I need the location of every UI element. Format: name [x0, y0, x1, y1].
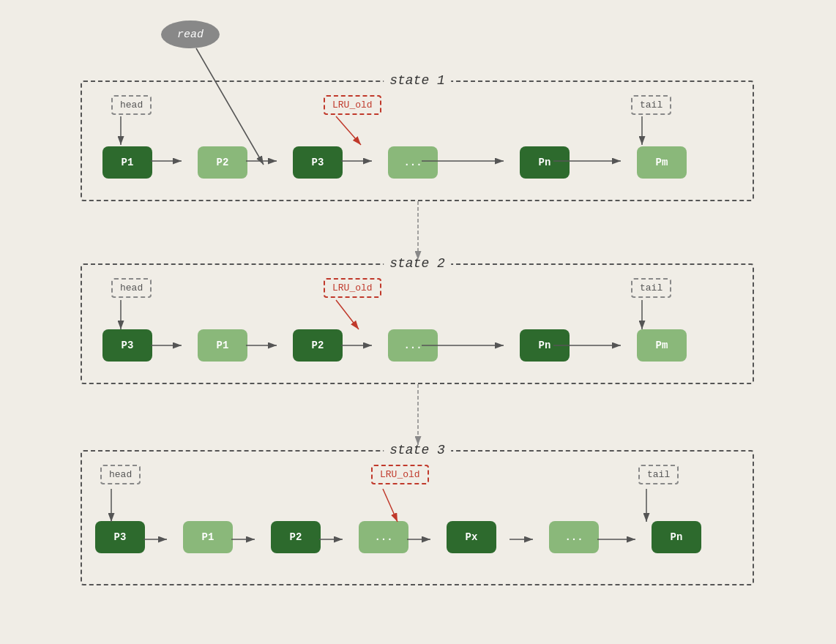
state3-tail: tail — [638, 465, 679, 484]
state3-page-p1: P1 — [183, 521, 233, 553]
state1-tail: tail — [631, 95, 671, 115]
state1-box: state 1 head LRU_old tail P1 P2 P3 ... P… — [81, 80, 754, 201]
state3-page-p2: P2 — [271, 521, 321, 553]
state2-label: state 2 — [384, 256, 451, 271]
read-bubble: read — [161, 20, 220, 48]
state3-lru: LRU_old — [371, 465, 429, 484]
state2-head: head — [111, 278, 152, 298]
state3-page-dots2: ... — [549, 521, 599, 553]
state3-head: head — [100, 465, 141, 484]
state2-page-pm: Pm — [637, 329, 687, 362]
state3-label: state 3 — [384, 443, 451, 457]
state2-lru: LRU_old — [324, 278, 381, 298]
state2-tail: tail — [631, 278, 671, 298]
state1-label: state 1 — [384, 73, 451, 88]
state2-page-p1: P1 — [198, 329, 247, 362]
state3-page-px: Px — [447, 521, 496, 553]
state1-page-dots: ... — [388, 146, 438, 179]
diagram-container: read state 1 head LRU_old tail P1 P2 P3 … — [0, 0, 836, 644]
state3-page-pn: Pn — [652, 521, 701, 553]
state1-page-p3: P3 — [293, 146, 343, 179]
state1-page-pn: Pn — [520, 146, 570, 179]
state2-page-pn: Pn — [520, 329, 570, 362]
state2-page-p2: P2 — [293, 329, 343, 362]
state2-box: state 2 head LRU_old tail P3 P1 P2 ... P… — [81, 263, 754, 384]
state1-page-p1: P1 — [102, 146, 152, 179]
state2-page-dots: ... — [388, 329, 438, 362]
read-label: read — [177, 29, 204, 41]
state1-lru: LRU_old — [324, 95, 381, 115]
state1-head: head — [111, 95, 152, 115]
state3-page-p3: P3 — [95, 521, 145, 553]
state2-page-p3: P3 — [102, 329, 152, 362]
state3-box: state 3 head LRU_old tail P3 P1 P2 ... P… — [81, 450, 754, 585]
state1-page-pm: Pm — [637, 146, 687, 179]
state1-page-p2: P2 — [198, 146, 247, 179]
state3-page-dots1: ... — [359, 521, 408, 553]
